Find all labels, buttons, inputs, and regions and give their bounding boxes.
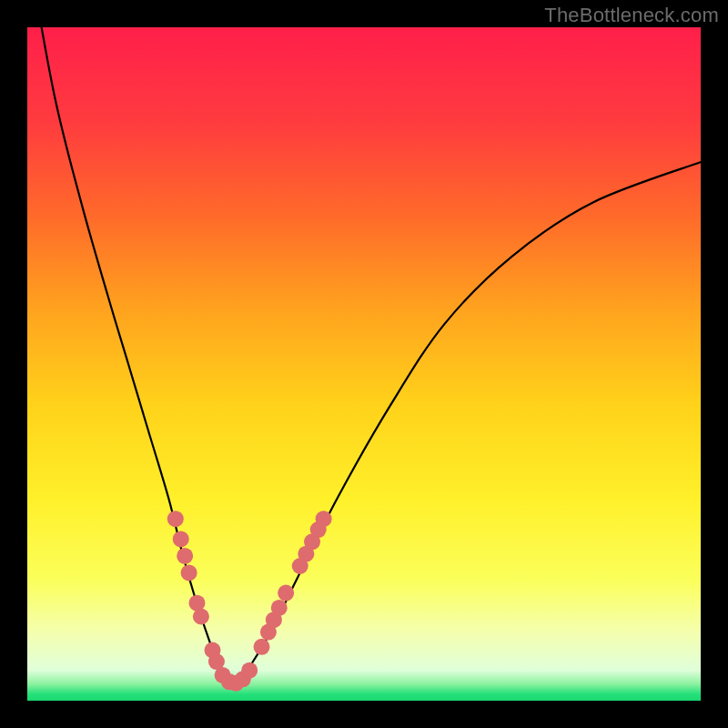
marker-dot [193,609,209,625]
watermark-text: TheBottleneck.com [544,4,719,27]
marker-dot [167,511,184,527]
curve-layer [27,27,701,701]
marker-dot [241,662,258,679]
marker-dot [173,531,189,547]
marker-dot [271,600,288,616]
marker-dot [316,511,332,527]
marker-dot [278,585,294,602]
marker-dot [177,548,193,564]
marker-dots [167,511,332,692]
plot-area [27,27,701,701]
bottleneck-curve [27,27,701,686]
chart-frame: TheBottleneck.com [0,0,728,728]
marker-dot [181,564,197,581]
marker-dot [254,639,270,655]
